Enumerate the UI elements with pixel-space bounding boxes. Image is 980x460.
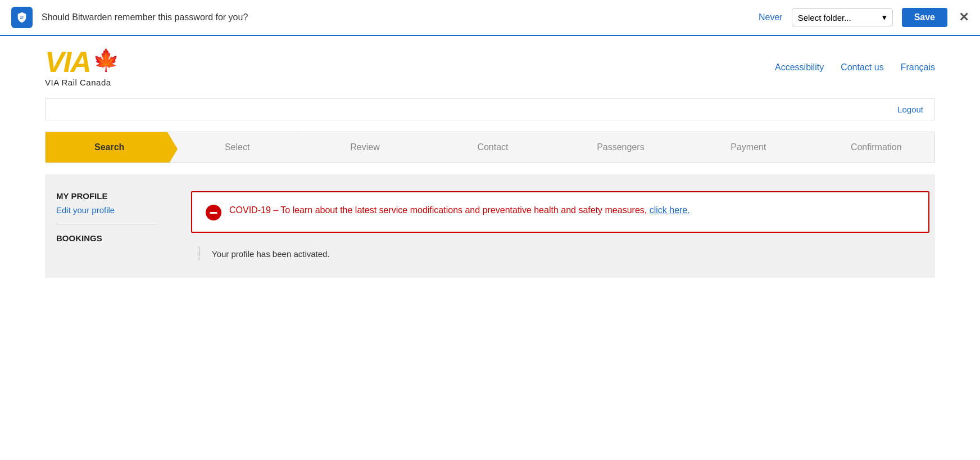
accessibility-link[interactable]: Accessibility [775,62,824,73]
sidebar-divider [56,224,157,224]
main-page: VIA 🍁 VIA Rail Canada Accessibility Cont… [0,36,980,460]
bitwarden-logo [11,7,33,28]
covid-alert-box: COVID-19 – To learn about the latest ser… [191,191,929,233]
save-button[interactable]: Save [902,8,947,27]
steps-container: Search Select Review Contact Passengers … [46,132,934,163]
step-confirmation[interactable]: Confirmation [807,132,934,163]
nav-bar: Logout [45,98,935,120]
bitwarden-message: Should Bitwarden remember this password … [42,12,750,22]
maple-leaf-icon: 🍁 [93,48,119,73]
my-profile-title: MY PROFILE [56,191,157,201]
contact-us-link[interactable]: Contact us [841,62,883,73]
profile-activated-text: Your profile has been activated. [212,249,330,259]
via-text: VIA [45,47,90,76]
folder-select-dropdown[interactable]: Select folder... ▾ [792,8,893,26]
via-logo: VIA 🍁 [45,47,119,76]
logo-subtitle: VIA Rail Canada [45,78,111,87]
step-contact[interactable]: Contact [423,132,551,163]
francais-link[interactable]: Français [901,62,935,73]
main-content: COVID-19 – To learn about the latest ser… [185,191,935,261]
progress-steps-bar: Search Select Review Contact Passengers … [45,132,935,163]
step-payment[interactable]: Payment [679,132,806,163]
step-search[interactable]: Search [46,132,167,163]
profile-activated-message: ❕ Your profile has been activated. [191,246,929,261]
header-links: Accessibility Contact us Français [775,62,935,73]
covid-text-before-link: COVID-19 – To learn about the latest ser… [229,205,650,215]
bookings-title: BOOKINGS [56,233,157,243]
site-header: VIA 🍁 VIA Rail Canada Accessibility Cont… [0,36,980,93]
close-button[interactable]: ✕ [959,10,969,25]
chevron-down-icon: ▾ [882,12,887,22]
never-button[interactable]: Never [759,12,783,22]
step-review[interactable]: Review [296,132,423,163]
bitwarden-notification-bar: Should Bitwarden remember this password … [0,0,980,36]
sidebar: MY PROFILE Edit your profile BOOKINGS [45,191,169,261]
logo-area: VIA 🍁 VIA Rail Canada [45,47,119,87]
step-passengers[interactable]: Passengers [551,132,679,163]
covid-alert-text: COVID-19 – To learn about the latest ser… [229,204,690,217]
stop-icon [206,205,221,220]
covid-click-here-link[interactable]: click here. [650,205,690,215]
content-area: MY PROFILE Edit your profile BOOKINGS CO… [45,174,935,278]
edit-profile-link[interactable]: Edit your profile [56,205,157,215]
logout-link[interactable]: Logout [897,105,923,114]
exclamation-icon: ❕ [191,246,206,261]
step-select[interactable]: Select [167,132,295,163]
